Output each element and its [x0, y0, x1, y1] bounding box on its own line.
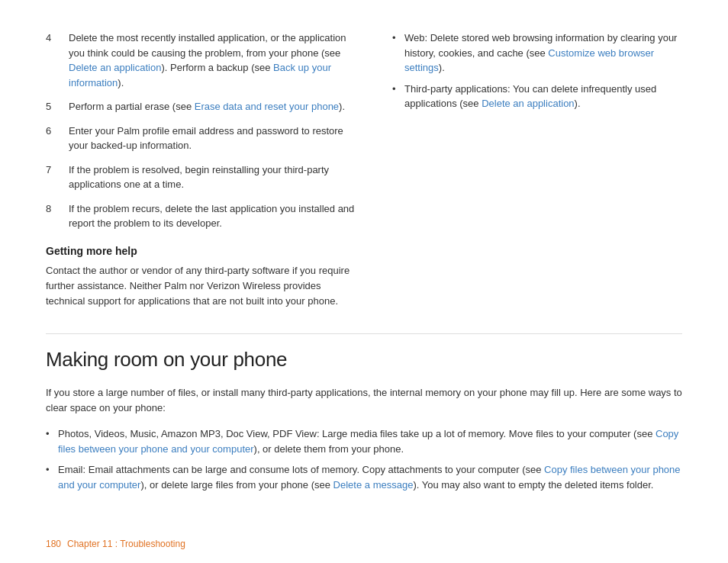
bullet-icon-mr-2: •	[46, 462, 58, 492]
making-room-bullet-text-1: Photos, Videos, Music, Amazon MP3, Doc V…	[58, 426, 682, 456]
list-item-5: 5 Perform a partial erase (see Erase dat…	[46, 99, 362, 114]
list-num-4: 4	[46, 31, 69, 90]
delete-app-link-1[interactable]: Delete an application	[69, 62, 161, 73]
bullet-icon-1: •	[392, 31, 404, 76]
list-item-7: 7 If the problem is resolved, begin rein…	[46, 162, 362, 192]
bullet-icon-2: •	[392, 82, 404, 111]
making-room-bullet-1: • Photos, Videos, Music, Amazon MP3, Doc…	[46, 426, 682, 456]
right-bullet-list: • Web: Delete stored web browsing inform…	[392, 31, 682, 111]
getting-more-help-heading: Getting more help	[46, 245, 362, 257]
bullet-icon-mr-1: •	[46, 426, 58, 456]
chapter-label: Chapter 11 : Troubleshooting	[67, 539, 185, 549]
making-room-section: Making room on your phone If you store a…	[46, 348, 682, 492]
making-room-bullet-2: • Email: Email attachments can be large …	[46, 462, 682, 492]
making-room-bullets: • Photos, Videos, Music, Amazon MP3, Doc…	[46, 426, 682, 492]
list-text-8: If the problem recurs, delete the last a…	[69, 201, 362, 231]
numbered-list: 4 Delete the most recently installed app…	[46, 31, 362, 231]
list-text-4: Delete the most recently installed appli…	[69, 31, 362, 90]
making-room-intro: If you store a large number of files, or…	[46, 385, 682, 416]
footer: 180 Chapter 11 : Troubleshooting	[46, 539, 185, 549]
delete-app-link-2[interactable]: Delete an application	[482, 98, 574, 109]
list-item-6: 6 Enter your Palm profile email address …	[46, 124, 362, 153]
making-room-heading: Making room on your phone	[46, 348, 682, 372]
list-item-8: 8 If the problem recurs, delete the last…	[46, 201, 362, 231]
right-bullet-text-2: Third-party applications: You can delete…	[404, 82, 682, 111]
list-num-7: 7	[46, 162, 69, 192]
delete-message-link[interactable]: Delete a message	[333, 479, 414, 491]
getting-more-help-text: Contact the author or vendor of any thir…	[46, 263, 362, 309]
list-num-6: 6	[46, 124, 69, 153]
making-room-bullet-text-2: Email: Email attachments can be large an…	[58, 462, 682, 492]
section-divider	[46, 333, 682, 334]
right-bullet-2: • Third-party applications: You can dele…	[392, 82, 682, 111]
left-column-top: 4 Delete the most recently installed app…	[46, 31, 362, 320]
right-bullet-1: • Web: Delete stored web browsing inform…	[392, 31, 682, 76]
right-column-top: • Web: Delete stored web browsing inform…	[392, 31, 682, 320]
list-text-7: If the problem is resolved, begin reinst…	[69, 162, 362, 192]
list-num-5: 5	[46, 99, 69, 114]
right-bullet-text-1: Web: Delete stored web browsing informat…	[404, 31, 682, 76]
list-item-4: 4 Delete the most recently installed app…	[46, 31, 362, 90]
page: 4 Delete the most recently installed app…	[0, 0, 728, 563]
list-text-5: Perform a partial erase (see Erase data …	[69, 99, 345, 114]
list-text-6: Enter your Palm profile email address an…	[69, 124, 362, 153]
list-num-8: 8	[46, 201, 69, 231]
erase-link[interactable]: Erase data and reset your phone	[195, 101, 339, 112]
top-section: 4 Delete the most recently installed app…	[46, 31, 682, 320]
page-number: 180	[46, 539, 61, 549]
